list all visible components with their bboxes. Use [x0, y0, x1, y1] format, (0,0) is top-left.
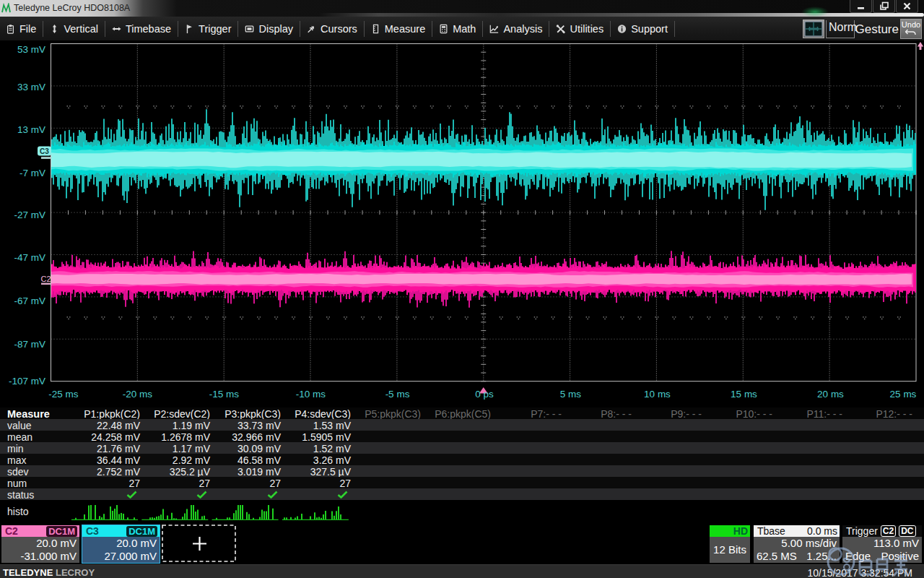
svg-text:-20 ms: -20 ms	[123, 389, 153, 400]
svg-text:-107 mV: -107 mV	[9, 376, 45, 387]
svg-text:-87 mV: -87 mV	[14, 339, 45, 350]
svg-text:-25 ms: -25 ms	[48, 389, 79, 400]
svg-text:C3: C3	[40, 147, 49, 155]
svg-text:0 ps: 0 ps	[475, 389, 494, 400]
svg-text:C2: C2	[40, 275, 51, 283]
svg-text:-7 mV: -7 mV	[19, 168, 45, 178]
svg-text:-47 mV: -47 mV	[14, 252, 45, 263]
svg-text:-27 mV: -27 mV	[14, 210, 45, 220]
svg-text:-5 ms: -5 ms	[385, 389, 410, 400]
svg-text:15 ms: 15 ms	[731, 389, 757, 400]
svg-text:25 ms: 25 ms	[890, 389, 917, 400]
svg-text:-67 mV: -67 mV	[14, 296, 45, 306]
svg-text:10 ms: 10 ms	[644, 389, 671, 400]
svg-text:-15 ms: -15 ms	[209, 389, 240, 400]
svg-text:13 mV: 13 mV	[17, 124, 45, 135]
svg-text:33 mV: 33 mV	[17, 82, 45, 92]
svg-text:5 ms: 5 ms	[560, 389, 582, 400]
svg-text:-10 ms: -10 ms	[296, 389, 326, 400]
svg-text:20 ms: 20 ms	[817, 389, 844, 400]
svg-text:53 mV: 53 mV	[17, 44, 45, 55]
